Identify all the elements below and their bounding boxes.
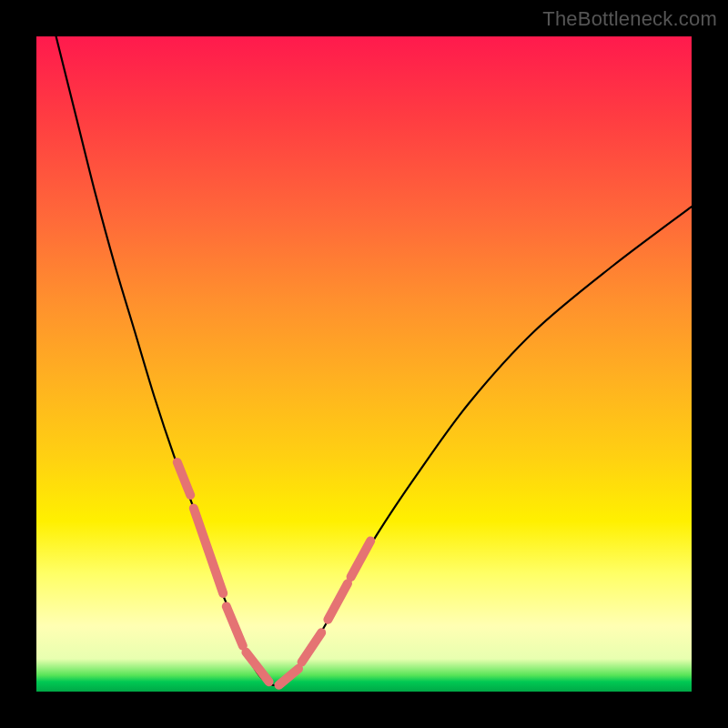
overlay-dash (328, 583, 348, 620)
curve-svg (36, 36, 692, 692)
overlay-dash (302, 632, 322, 662)
chart-frame: TheBottleneck.com (0, 0, 728, 728)
overlay-dash (177, 462, 190, 495)
bottleneck-curve (56, 36, 692, 685)
plot-area (36, 36, 692, 692)
overlay-dash (227, 606, 243, 645)
watermark-text: TheBottleneck.com (542, 7, 717, 31)
pink-dash-overlay (177, 462, 370, 685)
overlay-dash (278, 669, 298, 685)
overlay-dash (194, 508, 223, 593)
overlay-dash (246, 652, 268, 682)
overlay-dash (351, 541, 371, 577)
